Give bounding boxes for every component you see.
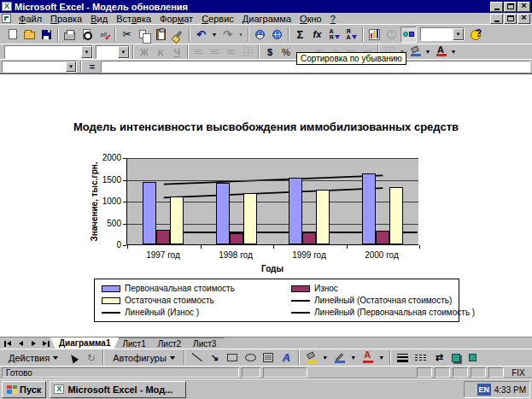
underline-button[interactable]: Ч xyxy=(169,45,184,58)
align-right-button[interactable] xyxy=(224,45,239,58)
line-color-button[interactable] xyxy=(331,349,348,366)
draw-menu-button[interactable]: Действия xyxy=(3,350,63,365)
workbook-minimize-button[interactable] xyxy=(490,14,503,24)
rectangle-tool-button[interactable] xyxy=(225,349,241,366)
drawing-button[interactable] xyxy=(400,26,417,43)
print-preview-button[interactable] xyxy=(79,26,95,43)
menu-?[interactable]: ? xyxy=(326,14,340,24)
new-button[interactable] xyxy=(4,26,20,43)
bold-button[interactable]: Ж xyxy=(137,45,152,58)
line-style-button[interactable] xyxy=(395,349,411,366)
paste-function-button[interactable]: fx xyxy=(309,26,325,43)
wordart-icon: А xyxy=(283,351,290,364)
currency-button[interactable]: $ xyxy=(262,45,278,58)
line-tool-button[interactable] xyxy=(189,349,205,366)
spelling-button[interactable]: аб✓ xyxy=(96,26,112,43)
menu-вид[interactable]: Вид xyxy=(86,14,112,24)
text-box-button[interactable] xyxy=(260,349,277,366)
autoshapes-menu-button[interactable]: Автофигуры xyxy=(108,350,180,365)
menu-вставка[interactable]: Вставка xyxy=(112,14,155,24)
first-sheet-button[interactable] xyxy=(2,338,14,349)
zoom-combo[interactable]: ▼ xyxy=(420,27,465,41)
merge-center-button[interactable] xyxy=(240,45,255,58)
menu-bar: ФайлПравкаВидВставкаФорматСервисДиаграмм… xyxy=(0,13,532,25)
font-combo[interactable]: ▼ xyxy=(4,45,93,59)
align-left-button[interactable] xyxy=(191,45,207,58)
fill-color-button-drawing[interactable] xyxy=(303,349,319,366)
undo-button[interactable]: ↶ xyxy=(193,26,209,43)
sort-ascending-button[interactable]: АЯ xyxy=(326,26,342,43)
insert-hyperlink-button[interactable] xyxy=(252,26,268,43)
line-color-dropdown[interactable]: ▼ xyxy=(349,349,358,366)
sheet-tab-лист3[interactable]: Лист3 xyxy=(184,337,225,349)
italic-button[interactable]: К xyxy=(153,45,168,58)
status-panel xyxy=(453,367,468,378)
edit-formula-button[interactable]: = xyxy=(85,61,99,72)
workbook-icon[interactable] xyxy=(2,14,11,23)
name-box[interactable]: ▼ xyxy=(2,61,77,73)
percent-button[interactable]: % xyxy=(278,45,294,58)
sheet-tab-лист2[interactable]: Лист2 xyxy=(149,337,190,349)
separator xyxy=(362,27,364,42)
threed-button[interactable] xyxy=(466,349,482,366)
undo-dropdown[interactable]: ▼ xyxy=(210,26,219,43)
paste-button[interactable] xyxy=(153,26,169,43)
arrow-tool-button[interactable]: ↘ xyxy=(207,349,223,366)
format-painter-button[interactable] xyxy=(170,26,186,43)
fill-color-button[interactable] xyxy=(407,45,423,58)
fill-color-dropdown[interactable]: ▼ xyxy=(424,44,432,60)
redo-button[interactable]: ↷ xyxy=(219,26,236,43)
free-rotate-button[interactable]: ↻ xyxy=(83,349,99,366)
save-button[interactable] xyxy=(38,26,55,43)
sheet-tab-лист1[interactable]: Лист1 xyxy=(114,337,154,349)
x-category-label: 1998 год xyxy=(199,250,272,260)
font-color-dropdown[interactable]: ▼ xyxy=(449,44,458,60)
previous-sheet-button[interactable] xyxy=(15,338,26,349)
select-objects-button[interactable] xyxy=(65,349,81,366)
open-button[interactable] xyxy=(21,26,38,43)
menu-файл[interactable]: Файл xyxy=(15,14,46,24)
help-button[interactable]: ? xyxy=(468,26,484,43)
copy-button[interactable] xyxy=(136,26,152,43)
oval-tool-button[interactable] xyxy=(243,349,259,366)
print-button[interactable] xyxy=(61,26,78,43)
next-sheet-button[interactable] xyxy=(27,338,39,349)
font-color-dropdown-drawing[interactable]: ▼ xyxy=(377,349,386,366)
arrow-style-button[interactable]: ⇄ xyxy=(430,349,447,366)
last-sheet-button[interactable] xyxy=(40,338,52,349)
minimize-button[interactable] xyxy=(490,2,503,12)
start-button[interactable]: Пуск xyxy=(2,381,46,398)
workbook-restore-button[interactable] xyxy=(504,14,517,24)
menu-сервис[interactable]: Сервис xyxy=(197,14,238,24)
dash-style-button[interactable] xyxy=(412,349,429,366)
maximize-button[interactable] xyxy=(504,2,517,12)
align-center-icon xyxy=(211,50,219,54)
menu-формат[interactable]: Формат xyxy=(155,14,197,24)
legend-label: Остаточная стоимость xyxy=(125,296,214,305)
font-size-combo[interactable]: ▼ xyxy=(96,45,130,59)
shadow-button[interactable] xyxy=(448,349,465,366)
fill-color-dropdown-drawing[interactable]: ▼ xyxy=(321,349,330,366)
font-color-button[interactable]: А xyxy=(433,45,448,58)
autosum-button[interactable]: Σ xyxy=(292,26,308,43)
menu-диаграмма[interactable]: Диаграмма xyxy=(238,14,295,24)
web-toolbar-button[interactable] xyxy=(269,26,285,43)
align-center-button[interactable] xyxy=(208,45,223,58)
language-indicator[interactable]: EN xyxy=(477,384,491,396)
close-button[interactable]: × xyxy=(517,2,530,12)
cut-button[interactable]: ✂ xyxy=(119,26,135,43)
menu-правка[interactable]: Правка xyxy=(46,14,86,24)
map-button[interactable] xyxy=(383,26,400,43)
rectangle-icon xyxy=(227,354,237,361)
chart-wizard-button[interactable] xyxy=(366,26,383,43)
taskbar-excel-button[interactable]: X Microsoft Excel - Мод... xyxy=(50,381,186,398)
sort-descending-button[interactable]: ЯА xyxy=(343,26,360,43)
name-box-dropdown[interactable]: ▼ xyxy=(66,62,76,72)
wordart-button[interactable]: А xyxy=(278,349,295,366)
chart-sheet[interactable]: Модель интенсивности высвобождения иммоб… xyxy=(0,73,532,337)
workbook-close-button[interactable]: × xyxy=(517,14,530,24)
font-color-button-drawing[interactable]: А xyxy=(360,349,376,366)
redo-dropdown[interactable]: ▼ xyxy=(237,26,245,43)
menu-окно[interactable]: Окно xyxy=(295,14,326,24)
sheet-tab-диаграмма1[interactable]: Диаграмма1 xyxy=(50,337,119,349)
